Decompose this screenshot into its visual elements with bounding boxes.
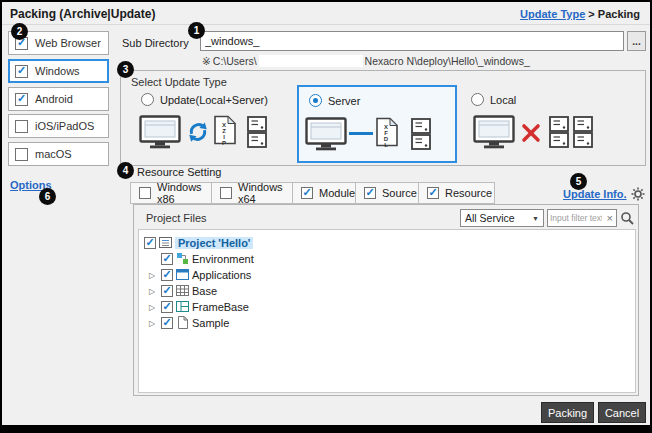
update-info-link[interactable]: Update Info. bbox=[563, 188, 627, 200]
sidebar-item-macos[interactable]: ✓ macOS bbox=[8, 142, 109, 166]
expander-icon[interactable]: ▷ bbox=[149, 287, 155, 296]
resource-checkbox-windows-x64[interactable]: ✓ Windows x64 bbox=[211, 182, 293, 204]
project-files-tree: ✓ Project 'Hello' ✓ Environment ▷ ✓ Appl… bbox=[138, 229, 636, 393]
expander-slot: ▷ bbox=[146, 319, 158, 328]
gear-icon[interactable] bbox=[631, 187, 645, 205]
packing-button[interactable]: Packing bbox=[541, 402, 594, 423]
update-radio-label: Update(Local+Server) bbox=[160, 94, 268, 106]
server-radio[interactable] bbox=[309, 94, 322, 107]
tree-item-framebase[interactable]: ▷ ✓ FrameBase bbox=[139, 299, 635, 315]
local-radio-label: Local bbox=[490, 94, 516, 106]
browse-button[interactable]: ... bbox=[627, 31, 646, 51]
server-icon bbox=[411, 118, 431, 154]
resource-checkbox-windows-x86[interactable]: ✓ Windows x86 bbox=[130, 182, 212, 204]
macos-checkbox[interactable]: ✓ bbox=[15, 148, 28, 161]
filter-input-wrap: × bbox=[547, 209, 617, 227]
sidebar-item-windows[interactable]: ✓ Windows bbox=[8, 59, 109, 83]
update-type-link[interactable]: Update Type bbox=[520, 8, 585, 20]
windows-x64-checkbox[interactable]: ✓ bbox=[220, 187, 232, 199]
sidebar-item-android[interactable]: ✓ Android bbox=[8, 87, 109, 111]
expander-icon[interactable]: ▷ bbox=[149, 303, 155, 312]
service-filter-select[interactable]: All Service ▼ bbox=[460, 209, 544, 227]
environment-icon bbox=[176, 252, 189, 267]
applications-icon bbox=[176, 268, 189, 283]
cancel-button-label: Cancel bbox=[605, 407, 639, 419]
source-checkbox[interactable]: ✓ bbox=[364, 187, 376, 199]
sidebar-item-label: Web Browser bbox=[35, 37, 101, 49]
environment-checkbox[interactable]: ✓ bbox=[161, 253, 173, 265]
path-suffix: Nexacro N\deploy\Hello\_windows_ bbox=[365, 55, 530, 67]
update-type-option-server[interactable]: Server bbox=[309, 94, 360, 107]
sub-directory-label: Sub Directory bbox=[122, 37, 189, 49]
file-type-label: XFDL bbox=[383, 124, 389, 148]
local-radio[interactable] bbox=[471, 93, 484, 106]
xzip-file-icon: XZIP bbox=[213, 115, 237, 149]
project-files-panel: Project Files All Service ▼ × ✓ Project … bbox=[133, 204, 639, 396]
windows-checkbox[interactable]: ✓ bbox=[15, 65, 28, 78]
server-option-panel[interactable]: Server XFDL bbox=[297, 85, 457, 163]
xfdl-file-icon: XFDL bbox=[375, 117, 399, 151]
update-type-option-update[interactable]: Update(Local+Server) bbox=[141, 93, 268, 106]
sidebar-item-ios-ipados[interactable]: ✓ iOS/iPadOS bbox=[8, 114, 109, 138]
file-type-label: XZIP bbox=[221, 122, 227, 146]
sync-arrows-icon bbox=[187, 121, 209, 147]
windows-x86-checkbox[interactable]: ✓ bbox=[139, 187, 151, 199]
project-files-label: Project Files bbox=[146, 212, 207, 224]
base-icon bbox=[176, 284, 189, 299]
server-icon bbox=[573, 116, 593, 152]
project-hello-checkbox[interactable]: ✓ bbox=[144, 237, 156, 249]
expander-icon[interactable]: ▷ bbox=[149, 271, 155, 280]
ios-checkbox[interactable]: ✓ bbox=[15, 120, 28, 133]
annotation-badge-2: 2 bbox=[11, 23, 28, 40]
sidebar-item-label: Android bbox=[35, 93, 73, 105]
resource-checkbox-label: Windows x64 bbox=[238, 181, 284, 205]
sub-directory-input[interactable] bbox=[200, 31, 624, 51]
check-icon: ✓ bbox=[162, 253, 171, 264]
expander-slot: ▷ bbox=[146, 303, 158, 312]
clear-filter-icon[interactable]: × bbox=[604, 213, 616, 224]
resource-checkbox-label: Windows x86 bbox=[157, 181, 203, 205]
annotation-badge-1: 1 bbox=[188, 22, 205, 39]
window-title: Packing (Archive|Update) bbox=[10, 7, 155, 21]
annotation-badge-6: 6 bbox=[39, 188, 56, 205]
check-icon: ✓ bbox=[145, 237, 154, 248]
check-icon: ✓ bbox=[162, 317, 171, 328]
expander-icon[interactable]: ▷ bbox=[149, 319, 155, 328]
packing-button-label: Packing bbox=[548, 407, 587, 419]
breadcrumb-separator: > bbox=[585, 8, 598, 20]
check-icon: ✓ bbox=[162, 269, 171, 280]
project-icon bbox=[159, 236, 172, 251]
annotation-badge-5: 5 bbox=[570, 173, 587, 190]
resource-checkbox-resource[interactable]: ✓ Resource bbox=[418, 182, 495, 204]
check-icon: ✓ bbox=[162, 301, 171, 312]
screenshot-frame: Packing (Archive|Update) Update Type > P… bbox=[0, 0, 652, 433]
breadcrumb: Update Type > Packing bbox=[520, 8, 640, 20]
select-update-type-label: Select Update Type bbox=[131, 76, 227, 88]
base-checkbox[interactable]: ✓ bbox=[161, 285, 173, 297]
tree-item-project-hello[interactable]: ✓ Project 'Hello' bbox=[139, 235, 635, 251]
filter-input[interactable] bbox=[548, 213, 604, 223]
tree-item-applications[interactable]: ▷ ✓ Applications bbox=[139, 267, 635, 283]
tree-item-label: Environment bbox=[192, 253, 254, 265]
search-icon[interactable] bbox=[620, 211, 634, 225]
update-type-option-local[interactable]: Local bbox=[471, 93, 516, 106]
resource-checkbox-source[interactable]: ✓ Source bbox=[355, 182, 419, 204]
module-checkbox[interactable]: ✓ bbox=[301, 187, 313, 199]
tree-item-label: Applications bbox=[192, 269, 251, 281]
annotation-badge-3: 3 bbox=[117, 61, 134, 78]
android-checkbox[interactable]: ✓ bbox=[15, 93, 28, 106]
cancel-button[interactable]: Cancel bbox=[598, 402, 646, 423]
tree-item-environment[interactable]: ✓ Environment bbox=[139, 251, 635, 267]
framebase-checkbox[interactable]: ✓ bbox=[161, 301, 173, 313]
tree-item-base[interactable]: ▷ ✓ Base bbox=[139, 283, 635, 299]
check-icon: ✓ bbox=[365, 187, 374, 198]
update-radio[interactable] bbox=[141, 93, 154, 106]
project-files-toolbar: All Service ▼ × bbox=[460, 209, 634, 227]
tree-item-sample[interactable]: ▷ ✓ Sample bbox=[139, 315, 635, 331]
reference-mark-icon: ※ bbox=[202, 55, 211, 67]
applications-checkbox[interactable]: ✓ bbox=[161, 269, 173, 281]
sample-checkbox[interactable]: ✓ bbox=[161, 317, 173, 329]
breadcrumb-current: Packing bbox=[598, 8, 640, 20]
resource-checkbox[interactable]: ✓ bbox=[427, 187, 439, 199]
resource-checkbox-module[interactable]: ✓ Module bbox=[292, 182, 356, 204]
